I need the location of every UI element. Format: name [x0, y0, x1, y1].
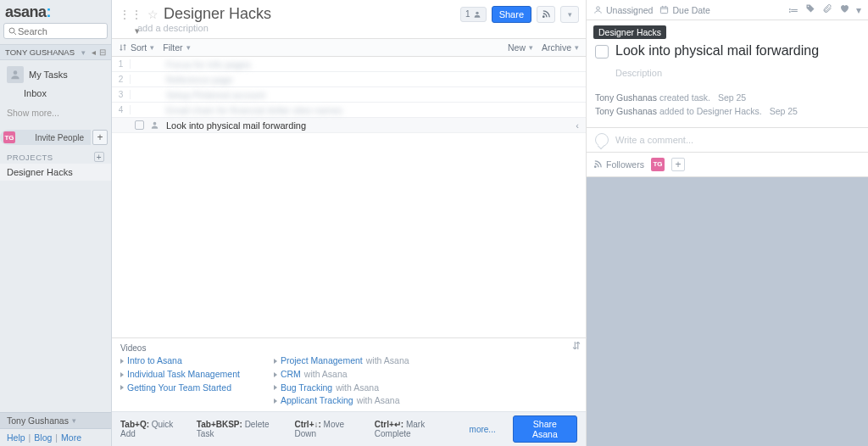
- activity-feed: Tony Gushanas created task. Sep 25Tony G…: [587, 86, 868, 124]
- task-row[interactable]: 3Setup Pinterest account: [112, 87, 586, 103]
- shortcuts-more-link[interactable]: more...: [470, 425, 496, 434]
- assignee-field[interactable]: Unassigned: [593, 5, 653, 15]
- sidebar-item-inbox[interactable]: Inbox: [0, 86, 111, 101]
- help-video-link[interactable]: Applicant Tracking with Asana: [274, 394, 409, 408]
- invite-people-chip[interactable]: TG Invite People: [0, 130, 91, 145]
- shortcut-mark-complete: Ctrl+↵: Mark Complete: [375, 420, 461, 438]
- svg-rect-7: [661, 7, 668, 13]
- help-link-suffix: with Asana: [336, 382, 379, 395]
- calendar-icon: [659, 5, 669, 14]
- share-asana-button[interactable]: Share Asana: [513, 415, 577, 443]
- brand-name: asana: [5, 3, 47, 20]
- help-video-link[interactable]: Intro to Asana: [120, 354, 240, 368]
- help-video-link[interactable]: Bug Tracking with Asana: [274, 382, 409, 395]
- comment-composer[interactable]: Write a comment...: [587, 127, 868, 153]
- followers-label-wrap[interactable]: Followers: [593, 159, 644, 170]
- tasklist-toolbar: Sort ▾ Filter ▾ New ▾ Archive ▾: [112, 38, 586, 57]
- new-menu[interactable]: New ▾: [508, 42, 533, 53]
- triangle-bullet-icon: [120, 385, 124, 390]
- footer-link-more[interactable]: More: [61, 432, 81, 443]
- help-link-label: Intro to Asana: [127, 354, 182, 368]
- sidebar-item-my-tasks[interactable]: My Tasks: [0, 64, 111, 86]
- detail-top-bar: Unassigned Due Date ≔ ▾: [587, 0, 868, 20]
- add-follower-button[interactable]: +: [671, 158, 685, 171]
- attachment-icon[interactable]: [822, 3, 832, 16]
- videos-header: Videos: [120, 343, 240, 353]
- help-link-suffix: with Asana: [366, 354, 409, 368]
- task-text[interactable]: Reference page: [161, 75, 586, 85]
- tag-icon[interactable]: [805, 3, 815, 16]
- task-title[interactable]: Look into physical mail forwarding: [615, 42, 819, 59]
- task-row[interactable]: 2Reference page: [112, 72, 586, 87]
- new-label: New: [508, 42, 526, 53]
- share-button[interactable]: Share: [492, 6, 531, 23]
- more-menu-icon[interactable]: ▾: [856, 4, 861, 16]
- help-video-link[interactable]: Individual Task Management: [120, 368, 240, 382]
- sort-menu[interactable]: Sort ▾: [119, 42, 154, 53]
- task-description-placeholder[interactable]: Description: [587, 64, 868, 86]
- invite-add-button[interactable]: +: [92, 130, 108, 145]
- archive-menu[interactable]: Archive ▾: [542, 42, 579, 53]
- svg-point-5: [153, 122, 156, 125]
- activity-user[interactable]: Tony Gushanas: [595, 106, 657, 116]
- detail-project-pill[interactable]: Designer Hacks: [593, 25, 666, 39]
- center-pane: ⋮⋮ ☆ Designer Hacks 1 Share ▾ add a desc…: [112, 0, 587, 446]
- footer-link-blog[interactable]: Blog: [34, 432, 52, 443]
- help-link-label: Individual Task Management: [127, 368, 240, 382]
- workspace-user-row[interactable]: TONY GUSHANAS ▾ ◂ ⊟: [0, 44, 111, 60]
- footer-user-menu[interactable]: Tony Gushanas ▾: [0, 412, 111, 428]
- comment-bubble-icon: [595, 133, 609, 147]
- task-row[interactable]: 1Focus for info pages: [112, 57, 586, 72]
- task-text[interactable]: Look into physical mail forwarding: [161, 120, 569, 131]
- app-root: asana: ▾ TONY GUSHANAS ▾ ◂ ⊟ My Tasks: [0, 0, 868, 446]
- members-icon: [473, 10, 481, 19]
- svg-point-2: [14, 70, 18, 75]
- inbox-label: Inbox: [24, 88, 47, 98]
- follower-avatar[interactable]: TG: [651, 158, 665, 171]
- sidebar-layout-icon[interactable]: ⊟: [99, 47, 106, 57]
- brand-logo[interactable]: asana:: [0, 0, 111, 23]
- row-checkbox[interactable]: [131, 120, 147, 130]
- help-video-link[interactable]: Getting Your Team Started: [120, 382, 240, 395]
- rss-button[interactable]: [537, 6, 555, 23]
- project-menu-button[interactable]: ▾: [560, 6, 579, 23]
- help-video-link[interactable]: CRM with Asana: [274, 368, 409, 382]
- row-number: 4: [112, 105, 131, 114]
- footer-link-help[interactable]: Help: [7, 432, 25, 443]
- help-link-label: Bug Tracking: [281, 382, 332, 395]
- add-project-button[interactable]: +: [94, 152, 104, 162]
- comment-input-placeholder[interactable]: Write a comment...: [615, 135, 860, 145]
- subtasks-icon[interactable]: ≔: [788, 4, 798, 16]
- task-row[interactable]: Look into physical mail forwarding‹: [112, 118, 586, 133]
- activity-date: Sep 25: [718, 92, 746, 103]
- project-description-placeholder[interactable]: add a description: [112, 23, 586, 38]
- star-icon[interactable]: ☆: [147, 8, 159, 21]
- due-date-field[interactable]: Due Date: [659, 5, 709, 15]
- heart-icon[interactable]: [839, 3, 849, 16]
- followers-label: Followers: [606, 159, 644, 170]
- filter-menu[interactable]: Filter ▾: [163, 42, 190, 53]
- drag-handle-icon[interactable]: ⋮⋮: [119, 8, 142, 21]
- activity-date: Sep 25: [770, 106, 798, 116]
- sort-label: Sort: [131, 42, 147, 53]
- sidebar-show-more[interactable]: Show more...: [0, 101, 111, 125]
- activity-user[interactable]: Tony Gushanas: [595, 92, 657, 103]
- collapse-help-icon[interactable]: ⇵: [572, 340, 581, 352]
- open-detail-chevron-icon[interactable]: ‹: [569, 120, 586, 131]
- task-text[interactable]: Focus for info pages: [161, 59, 586, 70]
- search-input-wrap[interactable]: ▾: [3, 23, 108, 39]
- help-link-label: Getting Your Team Started: [127, 382, 231, 395]
- task-text[interactable]: Email chain for financial dollar sites n…: [161, 105, 586, 115]
- triangle-bullet-icon: [274, 399, 277, 404]
- sidebar-collapse-icon[interactable]: ◂: [92, 47, 96, 57]
- project-item-designer-hacks[interactable]: Designer Hacks: [0, 164, 111, 181]
- user-avatar-icon: [7, 66, 24, 83]
- help-link-suffix: with Asana: [304, 368, 348, 382]
- task-complete-checkbox[interactable]: [595, 45, 609, 59]
- task-row[interactable]: 4Email chain for financial dollar sites …: [112, 103, 586, 118]
- project-title[interactable]: Designer Hacks: [164, 5, 271, 23]
- task-text[interactable]: Setup Pinterest account: [161, 90, 586, 100]
- member-count-pill[interactable]: 1: [460, 7, 487, 22]
- help-video-link[interactable]: Project Management with Asana: [274, 354, 409, 368]
- help-link-suffix: with Asana: [357, 394, 400, 408]
